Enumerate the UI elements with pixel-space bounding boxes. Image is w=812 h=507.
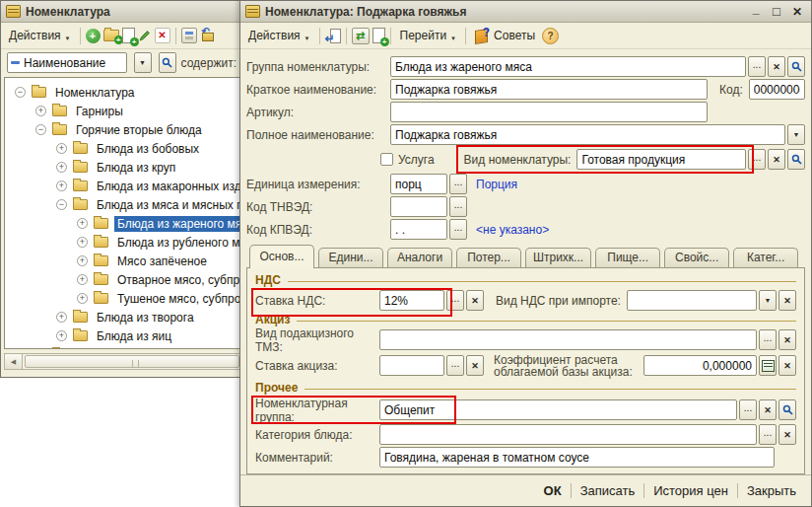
excise-rate-input[interactable]	[379, 355, 444, 376]
tips-button[interactable]: Советы	[471, 27, 539, 45]
dish-category-input[interactable]	[379, 424, 757, 445]
tab-main[interactable]: Основ...	[249, 245, 314, 268]
tree-item[interactable]: Блюда из творога	[5, 308, 241, 326]
unit-link[interactable]: Порция	[476, 178, 517, 191]
add-item-button[interactable]	[86, 29, 101, 43]
choose-button[interactable]	[748, 149, 766, 170]
expand-icon[interactable]	[77, 255, 88, 266]
short-name-input[interactable]	[390, 79, 708, 100]
edit-item-button[interactable]	[138, 29, 152, 42]
tree-item[interactable]: Горячие вторые блюда	[5, 120, 241, 139]
hierarchy-view-button[interactable]	[181, 28, 197, 43]
group-input[interactable]	[390, 56, 746, 77]
tree-item[interactable]: Блюда из круп	[5, 158, 241, 177]
clear-button[interactable]	[778, 424, 796, 445]
nomenclature-type-input[interactable]	[576, 149, 746, 170]
tree-item[interactable]: Блюда из мяса и мясных про	[5, 195, 241, 214]
vat-import-input[interactable]	[627, 290, 757, 311]
tree-item[interactable]: Тушеное мясо, субпродук	[5, 289, 241, 308]
tab-analogs[interactable]: Аналоги	[387, 248, 452, 267]
expand-icon[interactable]	[56, 162, 67, 173]
vat-rate-input[interactable]	[379, 290, 444, 311]
search-field-dropdown-button[interactable]	[134, 52, 152, 73]
clear-button[interactable]	[768, 56, 785, 77]
vat-import-dropdown-button[interactable]	[759, 290, 777, 311]
tab-nutrition[interactable]: Пище...	[595, 248, 660, 267]
actions-menu-button[interactable]: Действия	[244, 27, 314, 44]
horizontal-scrollbar[interactable]	[4, 353, 242, 370]
close-button[interactable]	[791, 5, 803, 19]
tree-item[interactable]: Мясо запёченое	[5, 252, 241, 270]
excise-type-input[interactable]	[379, 329, 757, 350]
excise-coef-input[interactable]	[643, 355, 757, 376]
tree-item[interactable]: Блюда из макаронных издел	[5, 177, 241, 195]
price-history-button[interactable]: История цен	[644, 481, 737, 500]
tnved-input[interactable]	[390, 196, 447, 217]
service-checkbox[interactable]	[380, 153, 393, 166]
write-object-button[interactable]	[325, 29, 341, 43]
calculator-button[interactable]	[759, 355, 777, 376]
choose-button[interactable]	[449, 174, 467, 194]
tree-item[interactable]: Номенклатура	[5, 83, 241, 102]
goto-menu-button[interactable]: Перейти	[396, 27, 461, 44]
tree-item-selected[interactable]: Блюда из жареного мяса	[5, 214, 241, 233]
tab-losses[interactable]: Потер...	[456, 248, 521, 267]
clear-button[interactable]	[778, 329, 796, 350]
expand-icon[interactable]	[77, 237, 88, 248]
move-to-group-button[interactable]	[200, 29, 214, 42]
choose-button[interactable]	[449, 219, 467, 240]
expand-icon[interactable]	[56, 143, 67, 154]
right-window-titlebar[interactable]: Номенклатура: Поджарка говяжья	[240, 1, 811, 23]
expand-icon[interactable]	[35, 106, 46, 116]
choose-button[interactable]	[739, 399, 757, 420]
full-name-input[interactable]	[390, 124, 785, 145]
code-input[interactable]	[749, 79, 805, 100]
actions-menu-button[interactable]: Действия	[5, 27, 75, 44]
delete-item-button[interactable]	[155, 28, 170, 43]
expand-icon[interactable]	[77, 218, 88, 229]
scroll-left-button[interactable]	[5, 354, 23, 369]
tab-categories[interactable]: Катег...	[733, 248, 798, 267]
choose-button[interactable]	[759, 424, 777, 445]
left-window-titlebar[interactable]: Номенклатура	[1, 1, 242, 23]
clear-button[interactable]	[759, 399, 777, 420]
full-name-dropdown-button[interactable]	[787, 124, 805, 145]
choose-button[interactable]	[748, 56, 766, 77]
expand-icon[interactable]	[56, 330, 67, 341]
collapse-icon[interactable]	[15, 87, 26, 98]
copy-button[interactable]	[372, 28, 385, 43]
clear-button[interactable]	[466, 290, 484, 311]
tab-units[interactable]: Едини...	[318, 248, 383, 267]
collapse-icon[interactable]	[56, 199, 67, 210]
collapse-icon[interactable]	[35, 124, 46, 135]
write-button[interactable]: Записать	[572, 481, 644, 500]
open-button[interactable]	[787, 56, 805, 77]
kpved-input[interactable]	[390, 219, 447, 240]
tree-item[interactable]: Блюда из бобовых	[5, 139, 241, 158]
tree-item[interactable]: Блюда из яиц	[5, 326, 241, 345]
expand-icon[interactable]	[77, 293, 88, 304]
add-group-button[interactable]	[103, 30, 119, 41]
tree-item-partial[interactable]	[5, 345, 241, 349]
search-field-combo[interactable]: Наименование	[7, 52, 127, 73]
article-input[interactable]	[390, 102, 708, 122]
expand-icon[interactable]	[56, 181, 67, 191]
kpved-link[interactable]: <не указано>	[476, 223, 549, 237]
copy-item-button[interactable]	[122, 28, 135, 43]
reread-button[interactable]	[352, 28, 370, 44]
nomen-group-input[interactable]	[379, 399, 737, 420]
open-button[interactable]	[787, 149, 805, 170]
tree-item[interactable]: Гарниры	[5, 102, 241, 120]
tab-properties[interactable]: Свойс...	[664, 248, 729, 267]
choose-button[interactable]	[446, 290, 464, 311]
scrollbar-thumb[interactable]	[25, 355, 239, 368]
maximize-button[interactable]	[771, 4, 782, 19]
choose-button[interactable]	[759, 329, 777, 350]
open-button[interactable]	[778, 399, 796, 420]
ok-button[interactable]: ОК	[535, 481, 571, 500]
unit-input[interactable]	[390, 174, 447, 194]
minimize-button[interactable]	[750, 5, 762, 19]
expand-icon[interactable]	[56, 312, 67, 323]
nomenclature-tree[interactable]: Номенклатура Гарниры Горячие вторые блюд…	[4, 77, 242, 349]
search-button[interactable]	[159, 52, 176, 73]
